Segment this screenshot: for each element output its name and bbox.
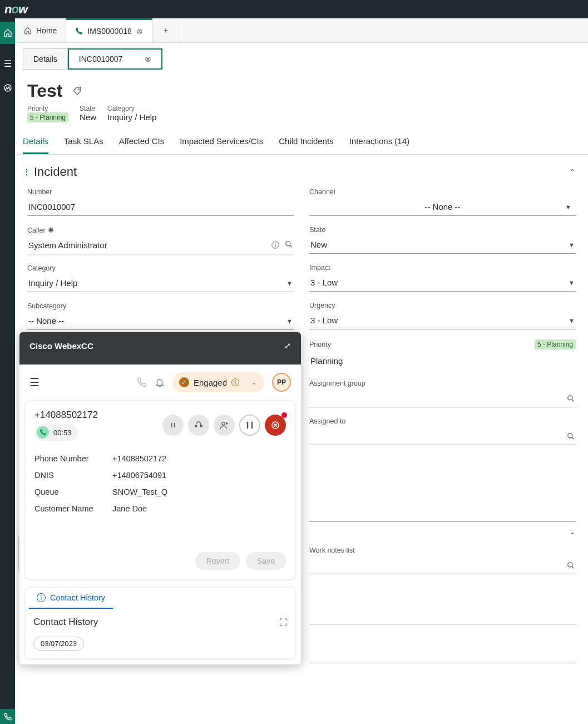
kv-val: Jane Doe — [112, 504, 286, 513]
subtab-details[interactable]: Details — [23, 48, 68, 70]
kv-key: Queue — [34, 487, 112, 496]
contact-history-card: i Contact History Contact History ⛶ 03/0… — [25, 587, 295, 659]
subcategory-select[interactable]: -- None --▼ — [27, 312, 294, 330]
history-heading: Contact History — [33, 617, 98, 628]
chevron-down-icon: ▼ — [569, 242, 575, 248]
svg-point-7 — [240, 415, 260, 435]
expand-icon[interactable]: ⛶ — [279, 618, 287, 627]
chevron-down-icon: ▼ — [286, 318, 293, 324]
left-navigation-rail: ☰ — [0, 18, 15, 724]
urgency-select[interactable]: 3 - Low▼ — [309, 312, 576, 329]
consult-button[interactable] — [214, 415, 235, 436]
workspace-tabs: Home IMS0000018 ⊗ ＋ — [15, 18, 588, 43]
caller-input[interactable]: System Administrator ⓘ — [27, 237, 294, 254]
chevron-down-icon: ▼ — [569, 279, 575, 286]
info-icon[interactable]: ⓘ — [271, 240, 279, 250]
description-textarea[interactable] — [309, 455, 576, 522]
search-icon[interactable] — [567, 562, 575, 569]
close-icon[interactable]: ⊗ — [145, 55, 151, 63]
field-label: Assigned to — [309, 417, 576, 425]
dtab-details[interactable]: Details — [23, 132, 48, 154]
close-icon[interactable]: ⊗ — [136, 27, 143, 36]
nav-home[interactable] — [0, 22, 15, 44]
chevron-down-icon: ▼ — [569, 317, 575, 324]
phone-active-icon — [37, 426, 49, 439]
contact-history-tab[interactable]: i Contact History — [29, 588, 113, 609]
dtab-task-slas[interactable]: Task SLAs — [64, 132, 103, 154]
chevron-up-icon[interactable]: ⌃ — [569, 168, 576, 176]
menu-icon[interactable]: ☰ — [29, 376, 39, 389]
agent-status-dropdown[interactable]: ✓ Engaged i ⌄ — [172, 372, 264, 392]
status-text: Engaged — [194, 378, 227, 387]
cisco-webexcc-panel: Cisco WebexCC ⤢ ☰ ✓ Engaged i ⌄ PP +1408… — [19, 332, 301, 664]
dtab-impacted[interactable]: Impacted Services/CIs — [180, 132, 263, 154]
channel-select[interactable]: -- None --▼ — [309, 198, 576, 216]
assigned-to-input[interactable] — [309, 427, 576, 445]
category-select[interactable]: Inquiry / Help▼ — [27, 274, 294, 292]
kv-key: DNIS — [34, 471, 112, 480]
dashboard-icon[interactable] — [3, 83, 12, 92]
global-header: now — [0, 0, 588, 18]
tab-label: IMS0000018 — [87, 27, 131, 36]
number-input[interactable]: INC0010007 — [27, 198, 294, 216]
transfer-button[interactable] — [188, 415, 209, 436]
impact-select[interactable]: 3 - Low▼ — [309, 274, 576, 292]
subtab-label: INC0010007 — [79, 55, 123, 63]
field-label: Urgency — [309, 302, 576, 309]
kv-key: Phone Number — [34, 454, 112, 463]
chevron-down-icon: ⌄ — [251, 379, 256, 386]
work-notes-list-input[interactable] — [309, 556, 576, 574]
svg-point-1 — [79, 88, 80, 90]
tab-new[interactable]: ＋ — [152, 18, 180, 42]
pause-recording-button[interactable] — [239, 415, 260, 436]
revert-button[interactable]: Revert — [195, 552, 240, 570]
dtab-affected-cis[interactable]: Affected CIs — [119, 132, 164, 154]
kebab-icon[interactable]: ⋮ — [23, 168, 31, 176]
menu-icon[interactable]: ☰ — [4, 58, 12, 69]
check-icon: ✓ — [179, 377, 189, 387]
section-title: Incident — [34, 165, 77, 179]
chevron-up-icon[interactable]: ⌃ — [569, 531, 576, 540]
tab-record[interactable]: IMS0000018 ⊗ — [66, 18, 152, 42]
svg-point-3 — [568, 395, 572, 400]
expand-icon[interactable]: ⤢ — [284, 341, 291, 350]
tag-icon[interactable] — [72, 86, 82, 96]
search-icon[interactable] — [567, 432, 575, 440]
search-icon[interactable] — [567, 395, 575, 402]
tab-home[interactable]: Home — [15, 18, 66, 42]
dtab-child[interactable]: Child Incidents — [279, 132, 333, 154]
meta-value: Inquiry / Help — [107, 112, 156, 122]
svg-point-5 — [568, 562, 572, 567]
priority-badge: 5 - Planning — [535, 339, 576, 349]
kv-val: SNOW_Test_Q — [112, 487, 286, 496]
assignment-group-input[interactable] — [309, 390, 576, 407]
state-select[interactable]: New▼ — [309, 236, 576, 254]
hold-button[interactable] — [162, 415, 184, 436]
kv-val: +14088502172 — [112, 454, 286, 463]
save-button[interactable]: Save — [246, 552, 286, 570]
extra-input-1[interactable] — [309, 607, 576, 624]
dtab-interactions[interactable]: Interactions (14) — [349, 132, 409, 154]
plus-icon: ＋ — [162, 26, 170, 36]
field-label: Work notes list — [309, 546, 576, 554]
svg-point-4 — [568, 433, 572, 437]
avatar[interactable]: PP — [272, 373, 291, 392]
history-date: 03/07/2023 — [33, 637, 84, 651]
phone-icon — [75, 27, 83, 35]
search-icon[interactable] — [285, 240, 293, 250]
meta-value: New — [80, 112, 96, 122]
svg-point-2 — [286, 241, 290, 245]
extra-input-2[interactable] — [309, 646, 576, 663]
logo: now — [4, 2, 27, 17]
recording-indicator — [281, 412, 287, 418]
chevron-down-icon: ▼ — [565, 204, 571, 210]
meta-label: State — [80, 105, 96, 112]
rail-phone-button[interactable] — [0, 709, 15, 724]
record-subtabs: Details INC0010007 ⊗ — [15, 43, 588, 70]
kv-key: Customer Name — [34, 504, 112, 513]
field-label: Priority 5 - Planning — [309, 339, 576, 349]
phone-icon[interactable] — [137, 377, 147, 387]
bell-icon[interactable] — [155, 377, 165, 387]
priority-badge: 5 - Planning — [27, 112, 68, 122]
subtab-incident[interactable]: INC0010007 ⊗ — [68, 48, 163, 70]
